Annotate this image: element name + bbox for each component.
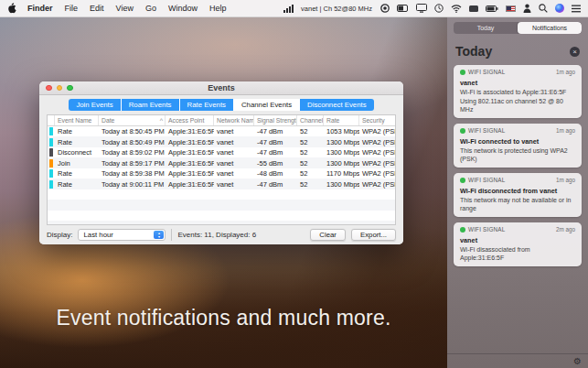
menu-item-finder[interactable]: Finder [27,4,53,13]
table-row[interactable]: Rate Today at 8:50:49 PM Apple:31:E6:5F … [48,137,395,148]
record-icon[interactable] [380,4,390,13]
zoom-button[interactable] [67,85,73,92]
window-titlebar[interactable]: Events [39,81,403,95]
cell-channel: 52 [297,180,324,189]
event-tabs: Join Events Roam Events Rate Events Chan… [39,95,403,114]
header-date[interactable]: Date^ [99,115,166,125]
cell-date: Today at 8:59:38 PM [99,169,166,178]
notification-body: This network is protected using WPA2 (PS… [460,147,575,164]
notification-body: This network may not be available or in … [460,197,575,213]
cell-network-name: vanet [214,127,254,135]
header-signal-strength[interactable]: Signal Strength [254,115,297,125]
cell-rate: 1053 Mbps [324,127,359,135]
wifi-icon[interactable] [451,5,462,13]
us-flag-icon[interactable] [506,5,516,12]
header-event-name[interactable]: Event Name [55,115,99,125]
user-icon[interactable] [523,4,531,13]
cell-access-point: Apple:31:E6:5F [166,148,214,157]
cell-date: Today at 8:59:17 PM [99,159,166,168]
notification-time: 2m ago [556,226,575,233]
cell-date: Today at 9:00:11 PM [99,180,166,189]
cell-signal-strength: -47 dBm [254,138,297,146]
cell-channel: 52 [297,148,324,157]
header-rate[interactable]: Rate [324,115,359,125]
notification-app-name: WIFI SIGNAL [468,226,505,233]
notification-card[interactable]: WIFI SIGNAL 1m ago vanet Wi-Fi is associ… [454,65,582,118]
header-network-name[interactable]: Network Name [214,115,254,125]
cell-event-name: Disconnect [55,148,99,157]
menu-item-window[interactable]: Window [168,4,198,13]
table-row[interactable]: Rate Today at 8:50:45 PM Apple:31:E6:5F … [48,126,395,137]
cell-rate: 1170 Mbps [324,169,359,178]
table-row[interactable]: Rate Today at 8:59:38 PM Apple:31:E6:5F … [48,168,395,179]
notification-center: Today Notifications Today × WIFI SIGNAL … [447,17,588,368]
cell-date: Today at 8:59:02 PM [99,148,166,157]
menu-item-view[interactable]: View [116,4,134,13]
wifi-status-text[interactable]: vanet | Ch 52@80 MHz [301,5,372,13]
tab-notifications[interactable]: Notifications [518,22,582,34]
events-window: Events Join Events Roam Events Rate Even… [39,81,403,244]
wifi-signal-app-icon [460,227,465,233]
tab-rate-events[interactable]: Rate Events [180,99,234,111]
header-channel[interactable]: Channel [297,115,324,125]
event-color-tag [49,138,53,146]
battery-app-icon[interactable] [397,5,409,12]
notification-card[interactable]: WIFI SIGNAL 2m ago vanet Wi-Fi disassoci… [454,222,582,266]
notification-title: Wi-Fi connected to vanet [460,137,575,146]
signal-bars-icon[interactable] [283,5,294,13]
battery-icon[interactable] [486,5,498,12]
menu-item-edit[interactable]: Edit [90,4,104,13]
notification-card[interactable]: WIFI SIGNAL 1m ago Wi-Fi connected to va… [454,124,582,168]
clock-icon[interactable] [434,4,444,13]
notification-time: 1m ago [556,177,575,183]
table-header: Event Name Date^ Access Point Network Na… [48,115,395,126]
notification-time: 1m ago [556,127,575,134]
cell-access-point: Apple:31:E6:5F [166,138,214,146]
close-button[interactable] [46,85,52,92]
table-row[interactable]: Rate Today at 9:00:11 PM Apple:31:E6:5F … [48,179,395,190]
menu-item-go[interactable]: Go [145,4,156,13]
header-access-point[interactable]: Access Point [166,115,214,125]
siri-icon[interactable] [555,4,564,13]
today-section-header: Today × [455,44,580,59]
tab-disconnect-events[interactable]: Disconnect Events [300,99,374,111]
menu-bar: Finder File Edit View Go Window Help van… [0,0,588,17]
display-popup[interactable]: Last hour ▲▼ [78,229,166,241]
cell-date: Today at 8:50:49 PM [99,138,166,146]
cell-rate: 1300 Mbps [324,138,359,146]
menu-item-help[interactable]: Help [209,4,227,13]
header-security[interactable]: Security [359,115,395,125]
notification-card[interactable]: WIFI SIGNAL 1m ago Wi-Fi disconnected fr… [454,173,582,217]
apple-menu[interactable] [7,3,16,14]
section-title: Today [455,44,492,59]
tab-today[interactable]: Today [454,22,518,34]
cell-security: WPA2 (PSK) [359,180,395,189]
tab-join-events[interactable]: Join Events [69,99,121,111]
display-label: Display: [47,231,72,239]
notification-center-icon[interactable] [572,5,581,13]
minimize-button[interactable] [57,85,63,92]
apple-logo-icon [7,3,16,14]
settings-gear-icon[interactable]: ⚙ [573,357,582,366]
app-rect-icon[interactable] [469,5,478,12]
cell-signal-strength: -47 dBm [254,180,297,189]
cell-network-name: vanet [214,138,254,146]
display-icon[interactable] [416,4,427,13]
notification-title: vanet [460,79,575,87]
export-button[interactable]: Export... [351,229,396,241]
search-icon[interactable] [539,4,548,13]
tab-channel-events[interactable]: Channel Events [234,99,300,111]
cell-security: WPA2 (PSK) [359,169,395,178]
clear-button[interactable]: Clear [310,229,346,241]
tab-roam-events[interactable]: Roam Events [122,99,180,111]
table-row[interactable]: Disconnect Today at 8:59:02 PM Apple:31:… [48,147,395,158]
notification-app-name: WIFI SIGNAL [468,69,505,75]
notification-title: Wi-Fi disconnected from vanet [460,187,575,195]
cell-access-point: Apple:31:E6:5F [166,180,214,189]
clear-section-icon[interactable]: × [570,47,580,57]
table-row[interactable]: Join Today at 8:59:17 PM Apple:31:E6:5F … [48,158,395,169]
cell-rate: 1300 Mbps [324,180,359,189]
menu-item-file[interactable]: File [65,4,79,13]
event-color-tag [49,180,53,189]
cell-security: WPA2 (PSK) [359,127,395,135]
